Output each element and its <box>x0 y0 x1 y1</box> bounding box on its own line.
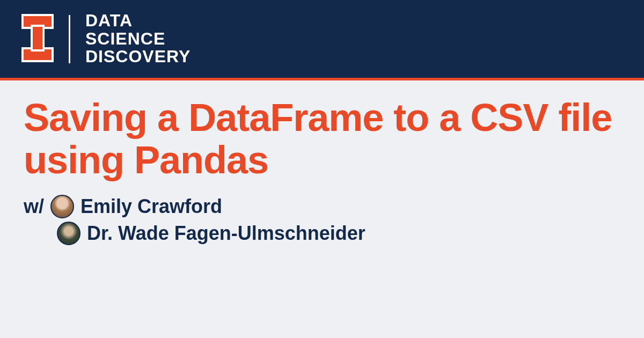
author-name: Dr. Wade Fagen-Ulmschneider <box>87 222 365 245</box>
brand-name: DATA SCIENCE DISCOVERY <box>85 12 191 66</box>
authors-block: w/ Emily Crawford Dr. Wade Fagen-Ulmschn… <box>24 195 620 245</box>
brand-divider <box>69 15 70 63</box>
author-row: Dr. Wade Fagen-Ulmschneider <box>24 222 620 245</box>
avatar <box>57 222 80 245</box>
content-area: Saving a DataFrame to a CSV file using P… <box>0 80 644 245</box>
brand-line-3: DISCOVERY <box>85 48 191 66</box>
author-name: Emily Crawford <box>80 195 222 218</box>
author-row: w/ Emily Crawford <box>24 195 620 218</box>
illinois-block-i-logo <box>21 14 54 64</box>
brand-line-1: DATA <box>85 12 191 30</box>
author-prefix: w/ <box>24 195 44 218</box>
avatar <box>50 195 74 218</box>
page-title: Saving a DataFrame to a CSV file using P… <box>24 97 620 181</box>
header-bar: DATA SCIENCE DISCOVERY <box>0 0 644 80</box>
svg-rect-3 <box>33 27 42 49</box>
brand-line-2: SCIENCE <box>85 30 191 48</box>
